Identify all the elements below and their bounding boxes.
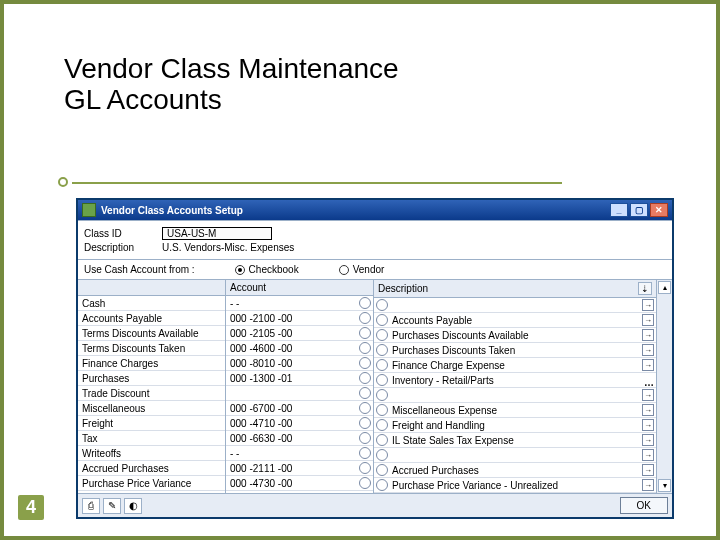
lookup-icon[interactable] (359, 312, 371, 324)
description-cell: Purchase Price Variance - Unrealized→ (374, 478, 656, 493)
lookup-icon[interactable] (359, 297, 371, 309)
scroll-up-button[interactable]: ▴ (658, 281, 671, 294)
magnify-icon[interactable] (376, 329, 388, 341)
magnify-icon[interactable] (376, 299, 388, 311)
account-cell[interactable]: 000 -2105 -00 (226, 326, 373, 341)
description-cell: Inventory - Retail/Parts… (374, 373, 656, 388)
radio-vendor[interactable]: Vendor (339, 264, 385, 275)
radio-vendor-label: Vendor (353, 264, 385, 275)
account-cell[interactable]: 000 -6630 -00 (226, 431, 373, 446)
magnify-icon[interactable] (376, 464, 388, 476)
type-cell: Purchase Price Variance (78, 476, 225, 491)
account-cell[interactable]: 000 -2111 -00 (226, 461, 373, 476)
description-header-text: Description (378, 283, 428, 294)
minimize-button[interactable]: _ (610, 203, 628, 217)
type-cell: Tax (78, 431, 225, 446)
description-cell: IL State Sales Tax Expense→ (374, 433, 656, 448)
account-cell[interactable]: 000 -2100 -00 (226, 311, 373, 326)
goto-icon[interactable]: → (642, 449, 654, 461)
expand-row-button[interactable]: ⇣ (638, 282, 652, 295)
magnify-icon[interactable] (376, 344, 388, 356)
ellipsis-icon[interactable]: … (644, 375, 654, 388)
account-cell[interactable]: 000 -6700 -00 (226, 401, 373, 416)
description-cell: Accounts Payable→ (374, 313, 656, 328)
title-line2: GL Accounts (64, 84, 222, 115)
type-cell: Purchases (78, 371, 225, 386)
slide-number: 4 (18, 495, 44, 520)
ok-button[interactable]: OK (620, 497, 668, 514)
goto-icon[interactable]: → (642, 404, 654, 416)
lookup-icon[interactable] (359, 432, 371, 444)
radio-checkbook[interactable]: Checkbook (235, 264, 299, 275)
magnify-icon[interactable] (376, 389, 388, 401)
type-cell: Terms Discounts Taken (78, 341, 225, 356)
account-cell[interactable]: 000 -8010 -00 (226, 356, 373, 371)
goto-icon[interactable]: → (642, 479, 654, 491)
magnify-icon[interactable] (376, 419, 388, 431)
magnify-icon[interactable] (376, 314, 388, 326)
account-cell[interactable]: - - (226, 446, 373, 461)
description-value: U.S. Vendors-Misc. Expenses (162, 242, 294, 253)
goto-icon[interactable]: → (642, 314, 654, 326)
magnify-icon[interactable] (376, 449, 388, 461)
lookup-icon[interactable] (359, 402, 371, 414)
window-titlebar: Vendor Class Accounts Setup _ ▢ ✕ (78, 200, 672, 220)
description-cell: → (374, 448, 656, 463)
accent-line (72, 182, 562, 184)
type-cell: Miscellaneous (78, 401, 225, 416)
app-icon (82, 203, 96, 217)
lookup-icon[interactable] (359, 447, 371, 459)
goto-icon[interactable]: → (642, 359, 654, 371)
close-button[interactable]: ✕ (650, 203, 668, 217)
goto-icon[interactable]: → (642, 344, 654, 356)
account-cell[interactable]: 000 -1300 -01 (226, 371, 373, 386)
type-cell: Accounts Payable (78, 311, 225, 326)
magnify-icon[interactable] (376, 479, 388, 491)
grid-account-column: Account - - 000 -2100 -00 000 -2105 -00 … (226, 280, 374, 493)
type-cell: Writeoffs (78, 446, 225, 461)
scroll-down-button[interactable]: ▾ (658, 479, 671, 492)
note-icon[interactable]: ✎ (103, 498, 121, 514)
window-title: Vendor Class Accounts Setup (101, 205, 243, 216)
grid-scrollbar[interactable]: ▴ ▾ (656, 280, 672, 493)
account-cell[interactable]: 000 -4730 -00 (226, 476, 373, 491)
account-cell[interactable]: 000 -4600 -00 (226, 341, 373, 356)
type-cell: Finance Charges (78, 356, 225, 371)
magnify-icon[interactable] (376, 404, 388, 416)
accent-bullet-icon (58, 177, 68, 187)
grid-description-column: Description ⇣ → Accounts Payable→ Purcha… (374, 280, 656, 493)
goto-icon[interactable]: → (642, 329, 654, 341)
magnify-icon[interactable] (376, 374, 388, 386)
account-cell[interactable]: 000 -4710 -00 (226, 416, 373, 431)
print-icon[interactable]: ⎙ (82, 498, 100, 514)
magnify-icon[interactable] (376, 359, 388, 371)
help-icon[interactable]: ◐ (124, 498, 142, 514)
class-id-field[interactable]: USA-US-M (162, 227, 272, 240)
lookup-icon[interactable] (359, 342, 371, 354)
goto-icon[interactable]: → (642, 419, 654, 431)
lookup-icon[interactable] (359, 417, 371, 429)
lookup-icon[interactable] (359, 462, 371, 474)
maximize-button[interactable]: ▢ (630, 203, 648, 217)
lookup-icon[interactable] (359, 327, 371, 339)
goto-icon[interactable]: → (642, 434, 654, 446)
type-cell: Trade Discount (78, 386, 225, 401)
account-cell[interactable] (226, 386, 373, 401)
goto-icon[interactable]: → (642, 464, 654, 476)
description-cell: Purchases Discounts Taken→ (374, 343, 656, 358)
lookup-icon[interactable] (359, 477, 371, 489)
description-label: Description (84, 242, 162, 253)
lookup-icon[interactable] (359, 387, 371, 399)
lookup-icon[interactable] (359, 372, 371, 384)
magnify-icon[interactable] (376, 434, 388, 446)
header-panel: Class ID USA-US-M Description U.S. Vendo… (78, 220, 672, 260)
goto-icon[interactable]: → (642, 389, 654, 401)
type-cell: Terms Discounts Available (78, 326, 225, 341)
account-cell[interactable]: - - (226, 296, 373, 311)
description-cell: Freight and Handling→ (374, 418, 656, 433)
cash-from-label: Use Cash Account from : (84, 264, 195, 275)
title-line1: Vendor Class Maintenance (64, 53, 399, 84)
accounts-grid: Cash Accounts Payable Terms Discounts Av… (78, 280, 672, 493)
goto-icon[interactable]: → (642, 299, 654, 311)
lookup-icon[interactable] (359, 357, 371, 369)
